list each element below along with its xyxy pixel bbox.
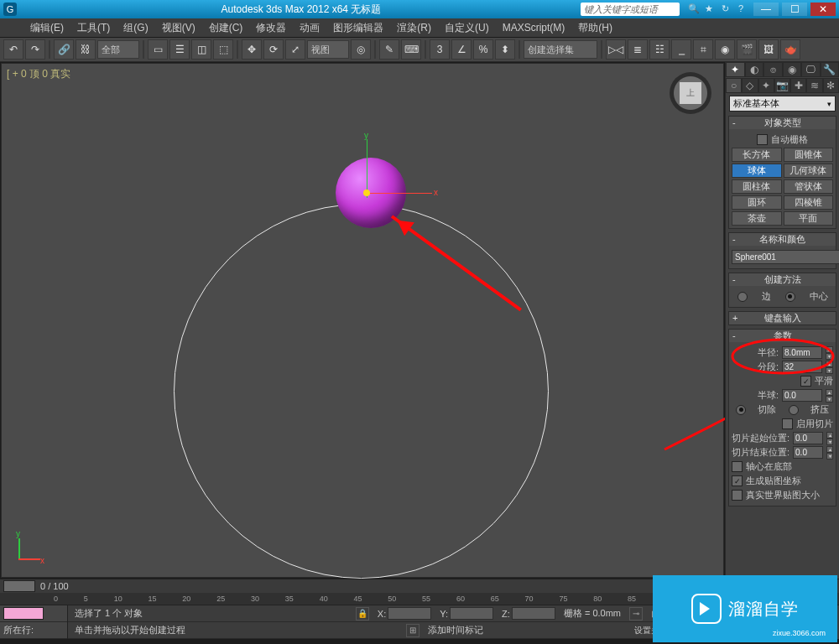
cat-cameras-icon[interactable]: 📷	[774, 78, 790, 93]
info-icon[interactable]: ?	[738, 3, 750, 15]
category-dropdown[interactable]: 标准基本体	[729, 96, 836, 112]
select-icon[interactable]: ▭	[148, 39, 168, 60]
cat-systems-icon[interactable]: ✻	[823, 78, 839, 93]
link-icon[interactable]: 🔗	[54, 39, 74, 60]
btn-cone[interactable]: 圆锥体	[784, 148, 834, 162]
radius-spinner[interactable]: ▴▾	[826, 346, 833, 359]
realworld-checkbox[interactable]	[732, 490, 743, 501]
rotate-icon[interactable]: ⟳	[263, 39, 284, 60]
y-input[interactable]	[450, 607, 493, 620]
menu-grapheditor[interactable]: 图形编辑器	[328, 19, 388, 37]
script-status[interactable]	[3, 607, 44, 620]
minimize-button[interactable]: —	[753, 3, 779, 16]
menu-tools[interactable]: 工具(T)	[72, 19, 115, 37]
schematic-icon[interactable]: ⌗	[693, 39, 713, 60]
help-icon[interactable]: 🔍	[688, 3, 700, 15]
select-region-icon[interactable]: ◫	[191, 39, 211, 60]
menu-render[interactable]: 渲染(R)	[392, 19, 436, 37]
menu-animation[interactable]: 动画	[294, 19, 325, 37]
menu-maxscript[interactable]: MAXScript(M)	[498, 20, 571, 35]
rollout-title-creation[interactable]: 创建方法	[729, 273, 836, 286]
align-icon[interactable]: ≣	[628, 39, 648, 60]
rollout-title-namecolor[interactable]: 名称和颜色	[729, 233, 836, 246]
btn-plane[interactable]: 平面	[784, 211, 834, 226]
tab-utilities-icon[interactable]: 🔧	[821, 62, 840, 77]
rollout-title-keyboard[interactable]: 键盘输入	[729, 312, 836, 325]
btn-torus[interactable]: 圆环	[732, 195, 782, 210]
move-icon[interactable]: ✥	[242, 39, 262, 60]
window-crossing-icon[interactable]: ⬚	[213, 39, 233, 60]
btn-teapot[interactable]: 茶壶	[732, 211, 782, 226]
angle-snap-icon[interactable]: ∠	[451, 39, 472, 60]
star-icon[interactable]: ★	[705, 3, 717, 15]
cat-spacewarps-icon[interactable]: ≋	[806, 78, 822, 93]
tab-create-icon[interactable]: ✦	[726, 62, 745, 77]
undo-icon[interactable]: ↶	[3, 39, 23, 60]
z-input[interactable]	[512, 607, 555, 620]
btn-pyramid[interactable]: 四棱锥	[784, 195, 834, 210]
time-slider-handle[interactable]	[3, 580, 35, 592]
add-time-tag[interactable]: 添加时间标记	[428, 624, 483, 636]
lock-icon[interactable]: 🔒	[356, 607, 369, 621]
unlink-icon[interactable]: ⛓	[76, 39, 96, 60]
cat-shapes-icon[interactable]: ◇	[742, 78, 758, 93]
cat-lights-icon[interactable]: ✦	[758, 78, 774, 93]
tab-display-icon[interactable]: 🖵	[801, 62, 821, 77]
select-name-icon[interactable]: ☰	[169, 39, 190, 60]
tab-motion-icon[interactable]: ◉	[783, 62, 802, 77]
menu-help[interactable]: 帮助(H)	[573, 19, 618, 37]
segments-spinner[interactable]: ▴▾	[826, 361, 833, 373]
maximize-button[interactable]: ☐	[782, 3, 807, 16]
cat-helpers-icon[interactable]: ✚	[790, 78, 806, 93]
menu-group[interactable]: 组(G)	[118, 19, 153, 37]
hemisphere-input[interactable]	[782, 389, 822, 402]
viewcube-face[interactable]: 上	[680, 82, 701, 104]
smooth-checkbox[interactable]	[800, 376, 811, 387]
tab-modify-icon[interactable]: ◐	[745, 62, 764, 77]
layers-icon[interactable]: ☷	[649, 39, 670, 60]
sync-icon[interactable]: ↻	[722, 3, 733, 15]
render-frame-icon[interactable]: 🖼	[758, 39, 779, 60]
radio-edge[interactable]	[737, 292, 748, 302]
btn-tube[interactable]: 管状体	[784, 179, 834, 194]
menu-edit[interactable]: 编辑(E)	[25, 19, 69, 37]
slice-to-input[interactable]	[793, 446, 823, 459]
snap-toggle-icon[interactable]: 3	[430, 39, 450, 60]
render-setup-icon[interactable]: 🎬	[737, 39, 757, 60]
mirror-icon[interactable]: ▷◁	[606, 39, 626, 60]
tab-hierarchy-icon[interactable]: ⌾	[763, 62, 783, 77]
hemisphere-spinner[interactable]: ▴▾	[826, 389, 833, 402]
cat-geometry-icon[interactable]: ○	[726, 78, 742, 93]
x-input[interactable]	[388, 607, 431, 620]
viewcube[interactable]: 上	[670, 72, 711, 114]
close-button[interactable]: ✕	[810, 3, 836, 16]
btn-box[interactable]: 长方体	[732, 148, 782, 162]
keyboard-icon[interactable]: ⌨	[401, 39, 421, 60]
object-name-input[interactable]	[732, 250, 839, 264]
basepivot-checkbox[interactable]	[732, 461, 743, 472]
curve-editor-icon[interactable]: ⎯	[671, 39, 691, 60]
slice-from-input[interactable]	[793, 432, 823, 444]
rollout-title-params[interactable]: 参数	[729, 330, 836, 342]
viewport-label[interactable]: [ + 0 顶 0 真实	[7, 67, 70, 81]
slice-to-spinner[interactable]: ▴▾	[826, 446, 833, 459]
slice-from-spinner[interactable]: ▴▾	[826, 432, 833, 444]
menu-create[interactable]: 创建(C)	[204, 19, 248, 37]
radius-input[interactable]	[782, 346, 822, 359]
radio-chop[interactable]	[736, 405, 746, 415]
spinner-snap-icon[interactable]: ⬍	[495, 39, 515, 60]
radio-center[interactable]	[785, 292, 795, 302]
viewport-top[interactable]: [ + 0 顶 0 真实 y x 上 y x	[1, 63, 724, 578]
manipulate-icon[interactable]: ✎	[379, 39, 399, 60]
material-editor-icon[interactable]: ◉	[715, 39, 735, 60]
refcoord-combo[interactable]: 视图	[307, 40, 349, 59]
circle-shape[interactable]	[174, 204, 549, 579]
search-box[interactable]: 键入关键字或短语	[581, 3, 680, 16]
filter-combo[interactable]: 全部	[97, 40, 139, 59]
time-tag-icon[interactable]: ⊞	[406, 624, 420, 637]
menu-modifiers[interactable]: 修改器	[251, 19, 291, 37]
segments-input[interactable]	[782, 361, 822, 373]
rollout-title-objtype[interactable]: 对象类型	[729, 117, 836, 129]
scale-icon[interactable]: ⤢	[285, 39, 305, 60]
btn-sphere[interactable]: 球体	[732, 164, 782, 178]
